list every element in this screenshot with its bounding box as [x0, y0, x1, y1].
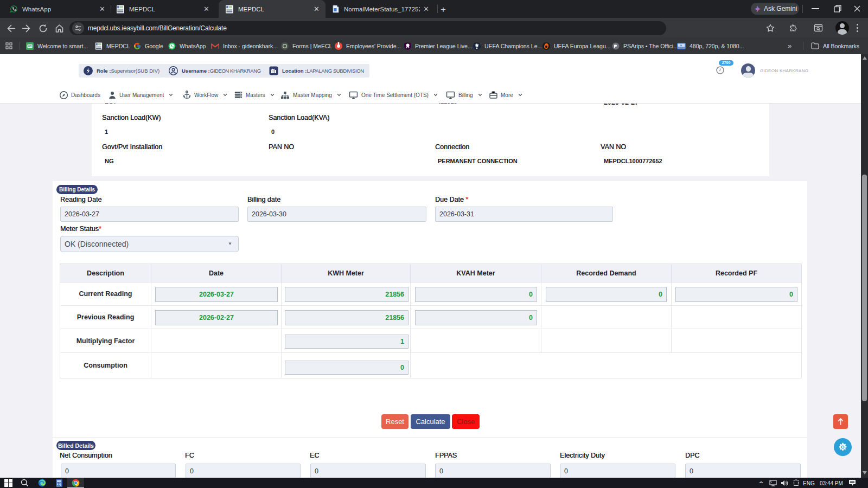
- svg-text:HB: HB: [28, 44, 32, 48]
